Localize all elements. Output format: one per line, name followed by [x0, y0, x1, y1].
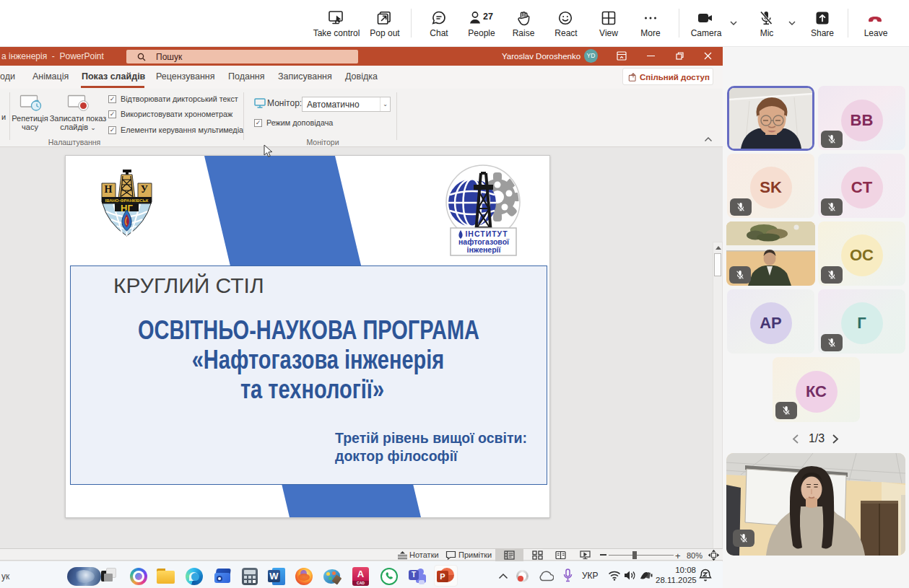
svg-text:У: У: [141, 184, 148, 195]
svg-text:Н: Н: [105, 184, 113, 195]
svg-text:інженерії: інженерії: [467, 245, 502, 254]
